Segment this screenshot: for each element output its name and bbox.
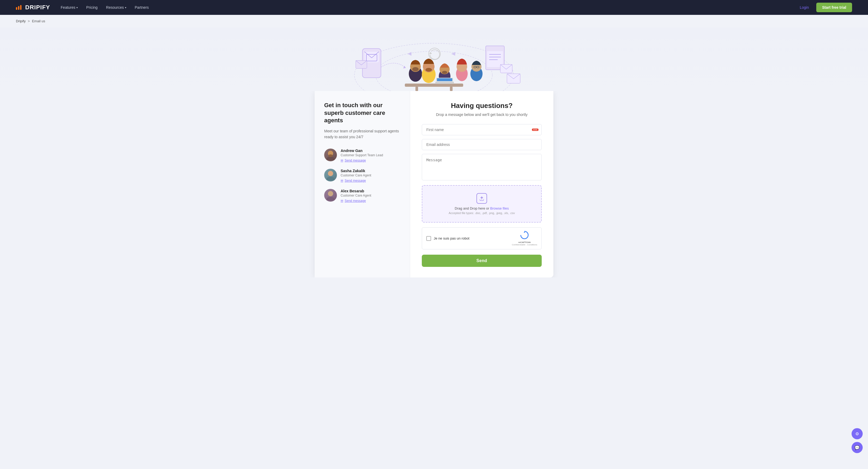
agent-name: Alex Besarab [341, 189, 371, 193]
svg-point-26 [412, 67, 418, 71]
avatar [324, 149, 337, 161]
upload-icon [476, 193, 487, 204]
dropzone-hint: Accepted file types: .doc, .pdf, .png, .… [428, 212, 536, 215]
agent-name: Sasha Zakalik [341, 169, 371, 173]
svg-marker-47 [407, 52, 411, 56]
right-panel-subtitle: Drop a message below and we'll get back … [422, 113, 542, 117]
hero-illustration-area [0, 27, 868, 91]
send-message-link-3[interactable]: ✉ Send message [341, 199, 371, 203]
agent-info: Sasha Zakalik Customer Care Agent ✉ Send… [341, 169, 371, 183]
chat-button[interactable]: 💬 [851, 442, 863, 453]
agent-item: Andrew Gan Customer Support Team Lead ✉ … [324, 149, 400, 162]
agent-role: Customer Care Agent [341, 174, 371, 177]
breadcrumb-home[interactable]: Dripify [16, 19, 26, 23]
svg-rect-35 [437, 78, 452, 81]
nav-resources[interactable]: Resources ▾ [106, 5, 126, 9]
chevron-down-icon: ▾ [125, 6, 126, 9]
start-trial-button[interactable]: Start free trial [816, 3, 852, 12]
navbar-left: DRIPIFY Features ▾ Pricing Resources ▾ P… [16, 4, 149, 11]
login-button[interactable]: Login [797, 3, 812, 12]
svg-point-49 [329, 154, 333, 157]
email-group [422, 139, 542, 150]
agent-item: Alex Besarab Customer Care Agent ✉ Send … [324, 189, 400, 203]
accessibility-icon: ⚙ [855, 431, 859, 436]
mail-icon: ✉ [341, 179, 343, 183]
logo-text: DRIPIFY [25, 4, 50, 11]
avatar [324, 169, 337, 182]
nav-links: Features ▾ Pricing Resources ▾ Partners [61, 5, 149, 9]
right-panel-heading: Having questions? [422, 102, 542, 110]
file-dropzone[interactable]: Drag and Drop here or Browse files Accep… [422, 185, 542, 223]
svg-rect-23 [450, 87, 453, 91]
send-message-label: Send message [345, 199, 366, 203]
captcha-checkbox[interactable] [426, 236, 431, 241]
recaptcha-links: Confidentialité - Conditions [512, 244, 537, 246]
avatar [324, 189, 337, 201]
agent-item: Sasha Zakalik Customer Care Agent ✉ Send… [324, 169, 400, 183]
mail-icon: ✉ [341, 199, 343, 203]
dropzone-text: Drag and Drop here or Browse files [428, 207, 536, 210]
agent-name: Andrew Gan [341, 149, 383, 153]
breadcrumb: Dripify > Email us [0, 15, 868, 27]
agent-role: Customer Care Agent [341, 194, 371, 197]
svg-rect-22 [415, 87, 418, 91]
svg-marker-20 [429, 52, 432, 54]
logo-stripes-icon [16, 5, 22, 10]
left-panel-heading: Get in touch with our superb customer ca… [324, 102, 400, 124]
left-panel: Get in touch with our superb customer ca… [315, 91, 410, 278]
agent-role: Customer Support Team Lead [341, 153, 383, 157]
captcha-right: reCAPTCHA Confidentialité - Conditions [512, 231, 537, 246]
agent-info: Alex Besarab Customer Care Agent ✉ Send … [341, 189, 371, 203]
logo[interactable]: DRIPIFY [16, 4, 50, 11]
chat-icon: 💬 [855, 445, 860, 450]
svg-point-29 [426, 68, 432, 72]
browse-files-link[interactable]: Browse files [490, 207, 509, 210]
message-group [422, 154, 542, 182]
captcha-left: Je ne suis pas un robot [426, 236, 469, 241]
hero-svg [341, 33, 527, 91]
fab-container: ⚙ 💬 [851, 428, 863, 453]
first-name-group [422, 124, 542, 135]
breadcrumb-current: Email us [32, 19, 45, 23]
page-footer-spacer [0, 278, 868, 293]
agent-list: Andrew Gan Customer Support Team Lead ✉ … [324, 149, 400, 203]
recaptcha-icon [512, 231, 537, 241]
agent-info: Andrew Gan Customer Support Team Lead ✉ … [341, 149, 383, 162]
svg-rect-21 [405, 84, 463, 87]
nav-partners[interactable]: Partners [135, 5, 149, 9]
first-name-wrapper [422, 124, 542, 135]
svg-marker-10 [403, 66, 406, 68]
nav-features[interactable]: Features ▾ [61, 5, 78, 9]
send-message-label: Send message [345, 159, 366, 162]
breadcrumb-separator: > [28, 19, 30, 23]
chevron-down-icon: ▾ [76, 6, 78, 9]
mail-icon: ✉ [341, 159, 343, 162]
send-message-label: Send message [345, 179, 366, 183]
navbar: DRIPIFY Features ▾ Pricing Resources ▾ P… [0, 0, 868, 15]
captcha-area: Je ne suis pas un robot reCAPTCHA Confid… [422, 227, 542, 249]
message-textarea[interactable] [422, 154, 542, 180]
accessibility-button[interactable]: ⚙ [851, 428, 863, 439]
left-panel-description: Meet our team of professional support ag… [324, 128, 400, 140]
svg-point-50 [328, 171, 333, 176]
email-input[interactable] [422, 139, 542, 150]
send-message-link-1[interactable]: ✉ Send message [341, 159, 383, 162]
nav-pricing[interactable]: Pricing [86, 5, 98, 9]
main-content: Get in touch with our superb customer ca… [315, 91, 553, 278]
input-error-indicator [532, 129, 538, 131]
captcha-text: Je ne suis pas un robot [434, 237, 469, 240]
send-button[interactable]: Send [422, 255, 542, 267]
send-message-link-2[interactable]: ✉ Send message [341, 179, 371, 183]
svg-rect-33 [435, 82, 454, 84]
right-panel: Having questions? Drop a message below a… [410, 91, 553, 278]
svg-point-51 [328, 191, 333, 196]
first-name-input[interactable] [422, 124, 542, 135]
recaptcha-brand: reCAPTCHA [512, 241, 537, 244]
svg-point-32 [442, 71, 447, 74]
navbar-right: Login Start free trial [797, 3, 852, 12]
